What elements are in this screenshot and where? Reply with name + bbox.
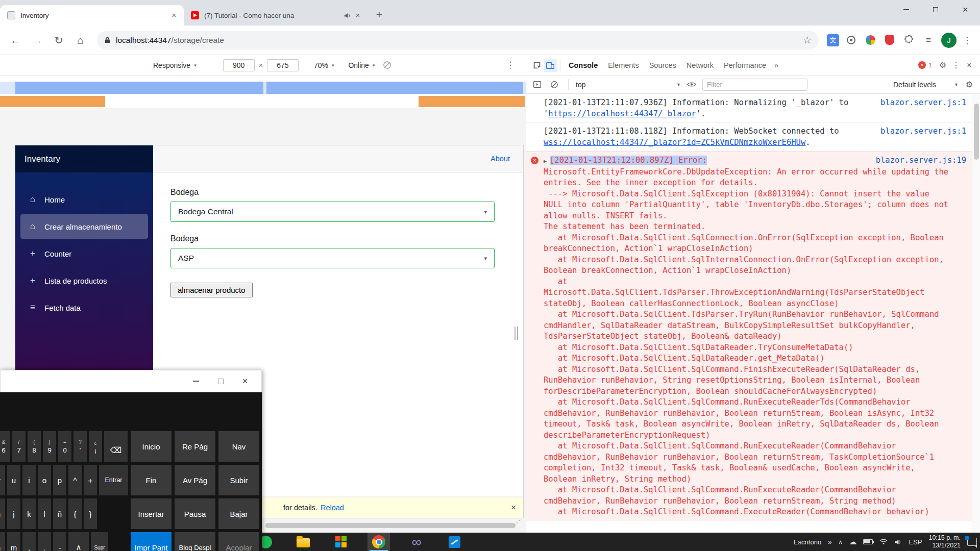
execution-context-select[interactable]: top▼ (576, 81, 681, 89)
keyboard-key[interactable]: Pausa (175, 498, 215, 529)
keyboard-key[interactable]: & 6 (0, 431, 10, 462)
devtools-settings-icon[interactable]: ⚙ (936, 59, 949, 72)
devtools-tab[interactable]: Performance (719, 55, 771, 76)
error-count-badge[interactable]: × 1 (918, 61, 932, 69)
keyboard-key[interactable]: Fin (131, 465, 172, 495)
close-tab-icon[interactable]: × (353, 11, 362, 20)
inspect-element-icon[interactable] (530, 59, 544, 72)
devtools-menu-icon[interactable]: ⋮ (949, 59, 963, 72)
photos-extension-icon[interactable] (863, 33, 878, 48)
log-levels-select[interactable]: Default levels▼ (893, 81, 959, 89)
window-restore-button[interactable] (921, 0, 950, 19)
emulation-menu-icon[interactable]: ⋮ (506, 60, 514, 70)
keyboard-key[interactable]: Inicio (131, 431, 172, 462)
media-query-segment[interactable] (15, 82, 263, 94)
language-indicator[interactable]: ESP (909, 538, 922, 546)
keyboard-key[interactable]: - (53, 532, 66, 551)
live-expression-eye-icon[interactable] (685, 78, 698, 91)
bookmark-star-icon[interactable]: ☆ (803, 34, 812, 46)
visual-studio-icon[interactable]: ∞ (405, 533, 428, 551)
reload-link[interactable]: Reload (321, 504, 344, 512)
viewport-width-input[interactable] (223, 59, 255, 71)
clock[interactable]: 10:15 p. m. 13/1/2021 (928, 534, 961, 549)
device-type-select[interactable]: Responsive▾ (153, 61, 197, 69)
list-extension-icon[interactable]: ≡ (921, 33, 936, 48)
keyboard-key[interactable]: m (7, 532, 20, 551)
keyboard-minimize-button[interactable] (192, 377, 200, 385)
app-icon-blue[interactable] (443, 533, 465, 551)
viewport-resize-handle[interactable] (514, 327, 518, 340)
hidden-icons-chevron[interactable]: ∧ (838, 539, 842, 545)
extensions-puzzle-icon[interactable] (901, 33, 917, 48)
keyboard-key[interactable]: Entrar (99, 465, 128, 495)
bodega-select-1[interactable]: Bodega Central▾ (170, 202, 495, 222)
console-url-link[interactable]: wss://localhost:44347/_blazor?id=ZC5kVmC… (544, 138, 805, 147)
keyboard-key[interactable]: j (7, 498, 20, 529)
sidebar-nav-item[interactable]: ⌂ Crear almacenamiento (20, 214, 148, 239)
keyboard-key[interactable]: Subir (218, 465, 259, 495)
keyboard-key[interactable]: y (0, 465, 5, 495)
media-query-segment[interactable] (419, 96, 525, 107)
tab-youtube[interactable]: (7) Tutorial - Como hacer una × (184, 5, 368, 26)
keyboard-key[interactable]: , (22, 532, 36, 551)
keyboard-key[interactable]: u (7, 465, 20, 495)
scrollbar-thumb[interactable] (265, 523, 516, 528)
forward-button[interactable]: → (27, 30, 48, 51)
home-button[interactable]: ⌂ (69, 30, 91, 51)
keyboard-title-bar[interactable]: × (0, 370, 262, 392)
more-tabs-icon[interactable]: » (771, 61, 781, 69)
keyboard-key[interactable]: Impr Pant (131, 532, 172, 551)
keyboard-key[interactable]: k (22, 498, 36, 529)
keyboard-key[interactable]: ⌫ (104, 431, 128, 462)
tab-inventory[interactable]: Inventory × (0, 5, 184, 26)
new-tab-button[interactable]: + (372, 8, 387, 23)
keyboard-key[interactable]: h (0, 498, 5, 529)
window-minimize-button[interactable] (891, 0, 921, 19)
media-query-bar-blue[interactable] (0, 82, 526, 94)
device-toolbar-icon[interactable] (544, 59, 557, 72)
console-filter-input[interactable] (702, 79, 807, 91)
devtools-tab[interactable]: Console (564, 55, 603, 76)
keyboard-key[interactable]: i (22, 465, 36, 495)
compass-extension-icon[interactable] (843, 33, 859, 48)
sidebar-nav-item[interactable]: ⌂ Home (20, 187, 148, 212)
wifi-icon[interactable] (879, 539, 888, 545)
keyboard-key[interactable]: ) 9 (43, 431, 56, 462)
keyboard-key[interactable]: ∧ (68, 532, 89, 551)
devtools-tab[interactable]: Elements (603, 55, 644, 76)
source-link[interactable]: blazor.server.js:19 (876, 155, 966, 166)
keyboard-key[interactable]: Av Pág (175, 465, 215, 495)
volume-icon[interactable] (894, 538, 902, 546)
resize-corner-icon[interactable]: ⋰ (513, 518, 521, 527)
keyboard-key[interactable]: ? ' (74, 431, 87, 462)
keyboard-key[interactable]: + (84, 465, 97, 495)
keyboard-key[interactable]: Nav (218, 431, 259, 462)
store-product-button[interactable]: almacenar producto (170, 283, 253, 297)
keyboard-key[interactable]: Acoplar (218, 532, 259, 551)
chrome-icon[interactable] (368, 533, 390, 551)
zoom-select[interactable]: 70%▾ (314, 61, 334, 69)
keyboard-key[interactable]: n (0, 532, 5, 551)
keyboard-key[interactable]: Insertar (131, 498, 172, 529)
keyboard-close-button[interactable]: × (241, 377, 249, 385)
keyboard-key[interactable]: ( 8 (28, 431, 41, 462)
expand-triangle-icon[interactable]: ▶ (544, 158, 547, 164)
console-settings-icon[interactable]: ⚙ (963, 78, 976, 91)
keyboard-key[interactable]: p (53, 465, 66, 495)
translate-icon[interactable]: 文 (827, 34, 839, 46)
expand-toolbar-icon[interactable]: » (828, 538, 831, 546)
sidebar-nav-item[interactable]: + Counter (20, 241, 148, 266)
keyboard-key[interactable]: { (68, 498, 82, 529)
keyboard-key[interactable]: . (38, 532, 51, 551)
dismiss-error-icon[interactable]: × (511, 503, 516, 513)
browser-menu-icon[interactable]: ⋮ (960, 35, 975, 46)
rotate-viewport-icon[interactable] (383, 61, 391, 69)
media-query-segment[interactable] (0, 96, 105, 107)
back-button[interactable]: ← (5, 30, 27, 51)
window-close-button[interactable]: × (950, 0, 980, 19)
keyboard-key[interactable]: Bloq Despl (175, 532, 215, 551)
sidebar-nav-item[interactable]: ≡ Fetch data (20, 295, 148, 320)
media-query-segment[interactable] (266, 82, 523, 94)
devtools-close-icon[interactable]: × (963, 59, 976, 72)
console-scrollbar[interactable] (972, 94, 980, 533)
